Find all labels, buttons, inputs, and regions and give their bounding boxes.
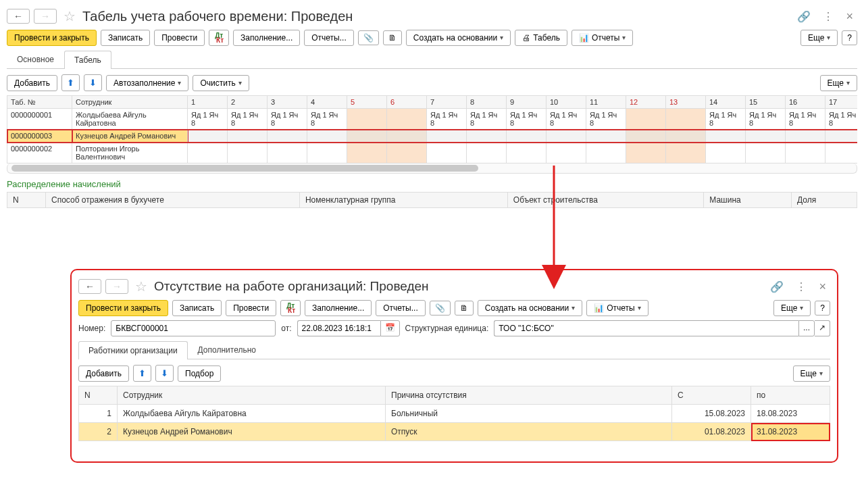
cell-day[interactable]	[507, 130, 547, 143]
reports2-button[interactable]: 📊 Отчеты ▾	[571, 30, 633, 46]
cell-day[interactable]	[268, 143, 307, 163]
cell-day[interactable]	[666, 143, 706, 163]
autofill-button[interactable]: Автозаполнение ▾	[106, 75, 188, 91]
cell-day[interactable]	[547, 130, 586, 143]
link-icon[interactable]: 🔗	[793, 10, 815, 23]
cell-day[interactable]	[387, 109, 427, 130]
save-button[interactable]: Записать	[101, 30, 150, 46]
alloc-th-object: Объект строительства	[507, 193, 703, 208]
cell-day[interactable]	[786, 143, 825, 163]
ts-th-day: 15	[746, 96, 786, 109]
move-down-button[interactable]: ⬇	[84, 74, 102, 91]
cell-day[interactable]	[307, 130, 347, 143]
cell-day[interactable]	[188, 130, 228, 143]
cell-day[interactable]	[586, 143, 626, 163]
cell-day[interactable]: Яд 1 Яч 8	[507, 109, 547, 130]
ts-th-day: 4	[307, 96, 347, 109]
cell-day[interactable]: Яд 1 Яч 8	[467, 109, 507, 130]
close-icon[interactable]: ×	[842, 9, 857, 24]
cell-day[interactable]	[626, 109, 666, 130]
tab-main[interactable]: Основное	[7, 50, 64, 68]
cell-day[interactable]	[467, 143, 507, 163]
ts-th-employee: Сотрудник	[72, 96, 188, 109]
favorite-star-icon[interactable]: ☆	[61, 8, 78, 24]
cell-day[interactable]	[706, 143, 746, 163]
cell-day[interactable]: Яд 1 Яч 8	[188, 109, 228, 130]
allocations-table[interactable]: N Способ отражения в бухучете Номенклату…	[7, 192, 857, 208]
cell-day[interactable]	[626, 143, 666, 163]
table-row[interactable]: 0000000001Жолдыбаева Айгуль КайратовнаЯд…	[7, 109, 858, 130]
cell-day[interactable]	[626, 130, 666, 143]
table-row[interactable]: 0000000002Полторанин Игорь Валентинович	[7, 143, 858, 163]
timesheet-table[interactable]: Таб. №Сотрудник1234567891011121314151617…	[7, 95, 857, 163]
cell-day[interactable]	[228, 130, 268, 143]
chevron-down-icon: ▾	[178, 80, 181, 86]
ts-th-day: 11	[586, 96, 626, 109]
tab-tabel[interactable]: Табель	[64, 51, 111, 69]
add-row-button[interactable]: Добавить	[7, 75, 57, 91]
cell-day[interactable]	[228, 143, 268, 163]
cell-day[interactable]: Яд 1 Яч 8	[427, 109, 467, 130]
cell-day[interactable]: Яд 1 Яч 8	[268, 109, 307, 130]
cell-day[interactable]	[586, 130, 626, 143]
cell-day[interactable]: Яд 1 Яч 8	[547, 109, 586, 130]
cell-day[interactable]	[746, 130, 786, 143]
cell-day[interactable]	[347, 143, 387, 163]
cell-day[interactable]	[387, 143, 427, 163]
cell-day[interactable]: Яд 1 Яч 8	[586, 109, 626, 130]
cell-day[interactable]	[507, 143, 547, 163]
kebab-icon[interactable]: ⋮	[819, 10, 838, 23]
help-button[interactable]: ?	[842, 30, 857, 45]
cell-tab: 0000000002	[7, 143, 72, 163]
ts-th-day: 2	[228, 96, 268, 109]
dtct-button[interactable]: Дт Кт	[209, 30, 229, 46]
cell-day[interactable]	[706, 130, 746, 143]
post-button[interactable]: Провести	[154, 30, 205, 46]
cell-day[interactable]	[387, 130, 427, 143]
cell-employee: Полторанин Игорь Валентинович	[72, 143, 188, 163]
structure-button[interactable]: 🗎	[383, 30, 402, 45]
cell-day[interactable]: Яд 1 Яч 8	[746, 109, 786, 130]
print-tabel-button[interactable]: Табель	[515, 30, 567, 46]
cell-day[interactable]: Яд 1 Яч 8	[825, 109, 858, 130]
ts-th-day: 10	[547, 96, 586, 109]
cell-day[interactable]: Яд 1 Яч 8	[786, 109, 825, 130]
cell-day[interactable]	[307, 143, 347, 163]
cell-day[interactable]	[427, 143, 467, 163]
reports-button[interactable]: Отчеты...	[304, 30, 353, 46]
post-close-button[interactable]: Провести и закрыть	[7, 30, 97, 46]
nav-back-button[interactable]: ←	[7, 9, 30, 24]
allocations-label: Распределение начислений	[7, 179, 857, 189]
ts-th-day: 6	[387, 96, 427, 109]
report-icon: 📊	[579, 34, 589, 42]
clear-button[interactable]: Очистить ▾	[193, 75, 249, 91]
cell-day[interactable]: Яд 1 Яч 8	[307, 109, 347, 130]
cell-day[interactable]: Яд 1 Яч 8	[706, 109, 746, 130]
create-based-button[interactable]: Создать на основании ▾	[406, 30, 511, 46]
fill-button[interactable]: Заполнение...	[233, 30, 300, 46]
cell-day[interactable]	[825, 143, 858, 163]
attach-button[interactable]: 📎	[358, 30, 379, 45]
cell-day[interactable]	[666, 109, 706, 130]
cell-day[interactable]	[347, 109, 387, 130]
move-up-button[interactable]: ⬆	[61, 74, 80, 91]
cell-day[interactable]	[268, 130, 307, 143]
cell-day[interactable]: Яд 1 Яч 8	[228, 109, 268, 130]
horizontal-scrollbar[interactable]	[7, 163, 857, 174]
print-icon	[522, 34, 530, 42]
cell-day[interactable]	[746, 143, 786, 163]
cell-day[interactable]	[666, 130, 706, 143]
grid-more-button[interactable]: Еще ▾	[820, 75, 857, 91]
ts-th-day: 9	[507, 96, 547, 109]
cell-day[interactable]	[347, 130, 387, 143]
cell-day[interactable]	[786, 130, 825, 143]
chevron-down-icon: ▾	[622, 34, 626, 41]
cell-day[interactable]	[427, 130, 467, 143]
more-button[interactable]: Еще ▾	[801, 30, 838, 46]
cell-day[interactable]	[825, 130, 858, 143]
cell-day[interactable]	[547, 143, 586, 163]
cell-day[interactable]	[467, 130, 507, 143]
cell-day[interactable]	[188, 143, 228, 163]
nav-fwd-button[interactable]: →	[34, 9, 57, 24]
table-row[interactable]: 0000000003Кузнецов Андрей Романович	[7, 130, 858, 143]
